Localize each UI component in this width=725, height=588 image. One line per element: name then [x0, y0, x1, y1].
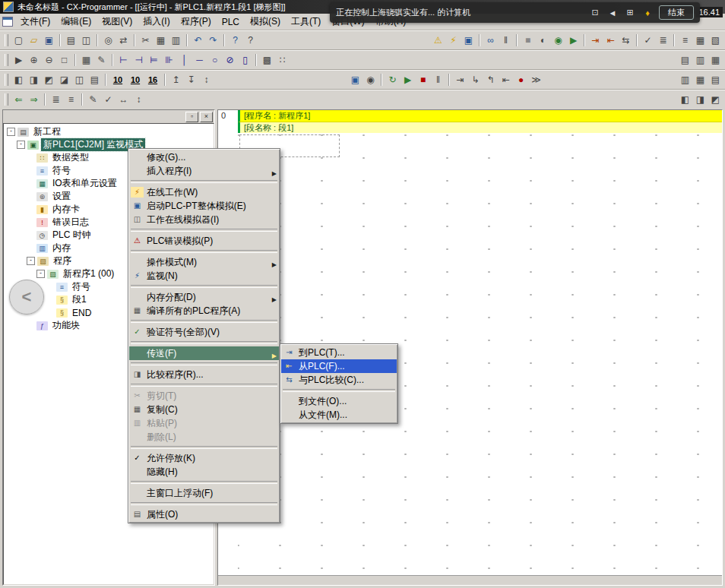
new-function-block-icon[interactable]: ▩ [260, 54, 274, 67]
menu-item-delete[interactable]: 删除(L) [129, 430, 279, 444]
print-preview-icon[interactable]: ◫ [79, 34, 93, 47]
simulator-window-icon[interactable]: ◉ [363, 74, 378, 87]
pause-monitor-icon[interactable]: ‖ [499, 34, 513, 47]
new-project-icon[interactable]: ▢ [11, 34, 26, 47]
expand-icon[interactable]: ⊞ [624, 8, 636, 17]
sim-step-out-icon[interactable]: ↰ [483, 74, 498, 87]
menu-item-modify[interactable]: 修改(G)... [129, 150, 279, 164]
menu-program[interactable]: 程序(P) [176, 14, 217, 30]
selection-tool-icon[interactable]: ▶ [11, 54, 26, 67]
decrease-row-icon[interactable]: ↧ [184, 74, 198, 87]
outdent-icon[interactable]: ⇐ [11, 93, 26, 106]
reset-layout-icon[interactable]: ↕ [199, 74, 214, 87]
edit-comment-icon[interactable]: ✎ [86, 93, 100, 106]
submenu-item-compare-with-plc[interactable]: ⇆与PLC比较(C)... [281, 373, 397, 387]
submenu-item-from-file[interactable]: 从文件(M)... [281, 408, 397, 422]
menu-item-memory-allocation[interactable]: 内存分配(D) [129, 290, 279, 304]
sim-to-end-icon[interactable]: ≫ [529, 74, 543, 87]
program-toolbar-icon[interactable]: ◩ [708, 93, 723, 106]
swap-vertical-icon[interactable]: ↕ [131, 93, 146, 106]
menu-insert[interactable]: 插入(I) [138, 14, 175, 30]
window-list-icon[interactable]: ▦ [693, 34, 708, 47]
copy-icon[interactable]: ▦ [154, 34, 168, 47]
menu-item-monitor[interactable]: ⚡监视(N) [129, 269, 279, 283]
menu-item-operating-mode[interactable]: 操作模式(M) [129, 255, 279, 269]
check-program-icon[interactable]: ✓ [101, 93, 116, 106]
horizontal-scrollbar[interactable] [218, 575, 722, 585]
compile-program-icon[interactable]: ✓ [641, 34, 655, 47]
tree-expander-icon[interactable] [27, 257, 35, 265]
font-toolbar-icon[interactable]: ▤ [708, 74, 723, 87]
menu-tools[interactable]: 工具(T) [286, 14, 326, 30]
color-toolbar-icon[interactable]: ▦ [693, 74, 708, 87]
menu-item-insert-program[interactable]: 插入程序(I) [129, 164, 279, 178]
menu-item-hide[interactable]: 隐藏(H) [129, 465, 279, 479]
menu-view[interactable]: 视图(V) [97, 14, 138, 30]
help-icon[interactable]: ? [228, 34, 242, 47]
search-replace-icon[interactable]: ⇄ [116, 34, 131, 47]
menu-item-copy[interactable]: ▦复制(C) [129, 403, 279, 416]
menu-item-float-on-main-window[interactable]: 主窗口上浮动(F) [129, 486, 279, 500]
menu-item-work-online-simulator[interactable]: ◫工作在线模拟器(I) [129, 213, 279, 226]
workspace-window-icon[interactable]: ◧ [11, 74, 26, 87]
vertical-line-icon[interactable]: │ [177, 54, 192, 67]
horizontal-line-icon[interactable]: ─ [192, 54, 207, 67]
submenu-item-to-file[interactable]: 到文件(O)... [281, 394, 397, 408]
menu-item-allow-docking[interactable]: ✓允许停放(K) [129, 451, 279, 465]
open-project-icon[interactable]: ▱ [27, 34, 41, 47]
tree-expander-icon[interactable] [36, 270, 45, 278]
tree-expander-icon[interactable] [7, 128, 15, 136]
number-10-button[interactable]: 10 [109, 74, 126, 87]
sim-run-icon[interactable]: ▶ [400, 74, 415, 87]
zoom-out-icon[interactable]: ⊖ [42, 54, 56, 67]
align-left-icon[interactable]: ≣ [49, 93, 63, 106]
new-contact-icon[interactable]: ⊢ [116, 54, 131, 67]
menu-file[interactable]: 文件(F) [15, 14, 55, 30]
new-closed-or-contact-icon[interactable]: ⊪ [162, 54, 176, 67]
simulator-online-icon[interactable]: ▣ [348, 74, 362, 87]
sim-pause-icon[interactable]: ‖ [431, 74, 445, 87]
zoom-in-icon[interactable]: ⊕ [27, 54, 41, 67]
insert-toolbar-icon[interactable]: ◨ [693, 93, 708, 106]
increase-row-icon[interactable]: ↥ [169, 74, 183, 87]
recorder-back-overlay[interactable]: < [9, 280, 44, 315]
toolbar-grip[interactable] [5, 54, 8, 66]
float-panel-icon[interactable]: ▫ [185, 112, 198, 122]
swap-horizontal-icon[interactable]: ↔ [116, 93, 131, 106]
auto-online-icon[interactable]: ⚡ [446, 34, 461, 47]
work-online-icon[interactable]: ⚠ [431, 34, 445, 47]
options-icon[interactable]: ≡ [678, 34, 692, 47]
watch-window-icon[interactable]: ◩ [42, 74, 56, 87]
transfer-to-plc-icon[interactable]: ⇥ [588, 34, 603, 47]
undo-icon[interactable]: ↶ [191, 34, 205, 47]
new-closed-contact-icon[interactable]: ⊣ [131, 54, 146, 67]
monitor-toggle-icon[interactable]: ∞ [483, 34, 498, 47]
monitor-mode-icon[interactable]: ◉ [551, 34, 565, 47]
new-or-contact-icon[interactable]: ⊨ [147, 54, 161, 67]
palette-icon[interactable]: ▦ [708, 54, 723, 67]
new-closed-coil-icon[interactable]: ⊘ [223, 54, 237, 67]
session-icon[interactable]: ♦ [641, 8, 654, 17]
menu-item-transfer[interactable]: 传送(F) [129, 346, 279, 360]
sim-step-run-icon[interactable]: ⇥ [453, 74, 467, 87]
address-reference-window-icon[interactable]: ◫ [72, 74, 87, 87]
zoom-fit-icon[interactable]: □ [57, 54, 71, 67]
program-mode-icon[interactable]: ■ [521, 34, 535, 47]
menu-edit[interactable]: 编辑(E) [55, 14, 97, 30]
toolbar-grip[interactable] [5, 34, 8, 46]
cut-icon[interactable]: ✂ [138, 34, 153, 47]
sim-scan-run-icon[interactable]: ↻ [385, 74, 400, 87]
print-icon[interactable]: ▤ [64, 34, 78, 47]
transfer-from-plc-icon[interactable]: ⇤ [603, 34, 618, 47]
io-comment-window-icon[interactable]: ▤ [87, 74, 102, 87]
menu-item-work-online[interactable]: ⚡在线工作(W) [129, 185, 279, 199]
menu-item-plc-error-simulation[interactable]: ⚠PLC错误模拟(P) [129, 234, 279, 248]
menu-item-verify-symbols[interactable]: ✓验证符号(全部)(V) [129, 325, 279, 339]
search-icon[interactable]: ◎ [101, 34, 116, 47]
toolbox-icon[interactable]: ▥ [693, 54, 708, 67]
sim-break-icon[interactable]: ● [514, 74, 528, 87]
save-project-icon[interactable]: ▣ [42, 34, 56, 47]
run-mode-icon[interactable]: ▶ [566, 34, 581, 47]
grid-toggle-icon[interactable]: ▦ [79, 54, 93, 67]
toolbar-grip[interactable] [5, 74, 8, 86]
